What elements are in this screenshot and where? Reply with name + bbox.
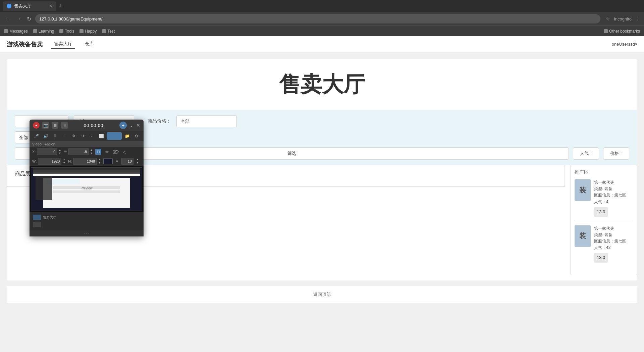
bookmark-favicon xyxy=(33,29,37,33)
obs-record-button[interactable]: ● xyxy=(33,122,40,129)
sort-popularity-button[interactable]: 人气 ↑ xyxy=(573,147,599,160)
obs-y-arrows[interactable]: ▲ ▼ xyxy=(90,148,93,155)
page-title-section: 售卖大厅 xyxy=(7,59,637,110)
obs-speaker-button[interactable]: 🔊 xyxy=(42,132,50,140)
obs-minimize-icon[interactable]: ⌄ xyxy=(129,123,133,128)
promo-region-1: 区服信息：第七区 xyxy=(594,192,626,199)
reload-button[interactable]: ↻ xyxy=(25,15,33,23)
obs-w-down[interactable]: ▼ xyxy=(63,161,65,165)
bookmark-favicon xyxy=(102,29,106,33)
bookmark-learning[interactable]: Learning xyxy=(33,29,54,34)
menu-icon[interactable]: ⋮ xyxy=(636,16,640,21)
obs-scene-item-2[interactable] xyxy=(30,221,144,228)
user-profile[interactable]: Incognito xyxy=(614,16,632,21)
promo-card-1[interactable]: 装 第一家伙失 类型: 装备 区服信息：第七区 人气：4 13.0 xyxy=(575,179,633,221)
obs-mic-button[interactable]: 🎤 xyxy=(33,132,40,140)
obs-x-up[interactable]: ▲ xyxy=(58,148,61,152)
obs-grid-button[interactable]: ⊞ xyxy=(52,122,58,129)
promo-card-2[interactable]: 装 第一家伙失 类型: 装备 区服信息：第七区 人气：42 13.0 xyxy=(575,225,633,267)
bookmark-tools[interactable]: Tools xyxy=(59,29,74,34)
obs-pen-tool[interactable]: ✏ xyxy=(104,149,110,155)
obs-select-tool[interactable]: ☐ xyxy=(95,149,101,155)
bookmark-test[interactable]: Test xyxy=(102,29,115,34)
obs-back-button[interactable]: ← xyxy=(89,132,96,140)
obs-move-button[interactable]: ✥ xyxy=(70,132,77,140)
bookmark-label: Test xyxy=(107,29,115,34)
obs-settings-button[interactable]: ⚙ xyxy=(133,132,140,140)
browser-tab-active[interactable]: 售卖大厅 ✕ xyxy=(3,1,56,11)
obs-opacity-input[interactable] xyxy=(121,158,133,165)
obs-w-up[interactable]: ▲ xyxy=(63,158,65,161)
back-button[interactable]: ← xyxy=(4,15,12,23)
obs-x-input[interactable] xyxy=(37,148,57,155)
price-label: 商品价格： xyxy=(148,118,171,124)
obs-eraser-tool[interactable]: ⌦ xyxy=(113,149,119,155)
obs-w-group: W: ▲ ▼ xyxy=(32,158,65,165)
app-user[interactable]: oneUserssd▾ xyxy=(612,42,637,47)
obs-x-down[interactable]: ▼ xyxy=(58,152,61,155)
new-tab-button[interactable]: + xyxy=(56,3,65,10)
obs-x-group: X: ▲ ▼ xyxy=(32,148,61,155)
obs-refresh-button[interactable]: ↺ xyxy=(79,132,87,140)
obs-color-dropdown[interactable]: ▼ xyxy=(115,160,119,163)
obs-pause-button[interactable]: ⏸ xyxy=(61,122,68,129)
obs-preview: Preview xyxy=(30,166,144,212)
obs-h-label: H: xyxy=(68,159,72,163)
other-bookmarks[interactable]: Other bookmarks xyxy=(604,29,640,34)
app-nav: 售卖大厅 仓库 xyxy=(51,40,97,49)
obs-x-arrows[interactable]: ▲ ▼ xyxy=(58,148,61,155)
other-bookmarks-label: Other bookmarks xyxy=(609,29,640,34)
obs-color-btn[interactable] xyxy=(107,132,121,140)
bookmark-favicon xyxy=(79,29,84,33)
promo-info-2: 第一家伙失 类型: 装备 区服信息：第七区 人气：42 13.0 xyxy=(594,225,626,263)
main-content: ● 📷 ⊞ ⏸ 00:00:00 + ⌄ ✕ 🎤 🔊 🖥 → ✥ ↺ ← ⬜ 📁… xyxy=(0,52,644,310)
sort-price-button[interactable]: 价格 ↑ xyxy=(603,147,629,160)
tab-close-button[interactable]: ✕ xyxy=(49,4,52,8)
app-header: 游戏装备售卖 售卖大厅 仓库 oneUserssd▾ xyxy=(0,36,644,52)
obs-window-button[interactable]: ⬜ xyxy=(98,132,105,140)
obs-h-arrows[interactable]: ▲ ▼ xyxy=(98,158,101,165)
svg-rect-8 xyxy=(53,190,120,193)
obs-screenshot-button[interactable]: 📷 xyxy=(42,122,49,129)
promo-price-2: 13.0 xyxy=(594,253,608,263)
obs-w-input[interactable] xyxy=(38,158,61,165)
obs-monitor-button[interactable]: 🖥 xyxy=(51,132,59,140)
forward-button[interactable]: → xyxy=(15,15,23,23)
nav-selling-hall[interactable]: 售卖大厅 xyxy=(51,40,75,49)
bookmark-messages[interactable]: Messages xyxy=(4,29,28,34)
obs-h-up[interactable]: ▲ xyxy=(98,158,101,161)
obs-y-input[interactable] xyxy=(68,148,89,155)
obs-y-up[interactable]: ▲ xyxy=(90,148,93,152)
obs-add-button[interactable]: + xyxy=(119,122,127,129)
svg-rect-9 xyxy=(36,176,52,200)
address-right: ☆ Incognito ⋮ xyxy=(606,16,640,21)
obs-scene-thumbnail xyxy=(33,215,41,220)
obs-h-down[interactable]: ▼ xyxy=(98,161,101,165)
obs-h-input[interactable] xyxy=(73,158,97,165)
address-input[interactable] xyxy=(35,14,600,24)
obs-folder-button[interactable]: 📁 xyxy=(124,132,131,140)
price-select[interactable]: 全部 xyxy=(176,115,237,127)
obs-scene-list: 售卖大厅 xyxy=(30,212,144,230)
promo-icon-1: 装 xyxy=(575,179,591,201)
app-logo[interactable]: 游戏装备售卖 xyxy=(7,40,43,48)
bookmark-happy[interactable]: Happy xyxy=(79,29,97,34)
obs-w-arrows[interactable]: ▲ ▼ xyxy=(63,158,65,165)
bookmark-star-icon[interactable]: ☆ xyxy=(606,16,610,21)
obs-color-swatch[interactable] xyxy=(103,158,113,164)
obs-arrow-button[interactable]: → xyxy=(61,132,68,140)
footer-back-to-top[interactable]: 返回顶部 xyxy=(313,292,331,297)
obs-opacity-down[interactable]: ▼ xyxy=(136,161,139,165)
tab-title: 售卖大厅 xyxy=(14,3,32,9)
obs-close-button[interactable]: ✕ xyxy=(136,123,140,128)
obs-y-down[interactable]: ▼ xyxy=(90,152,93,155)
footer[interactable]: 返回顶部 xyxy=(7,286,637,303)
nav-warehouse[interactable]: 仓库 xyxy=(82,40,97,49)
promo-icon-2: 装 xyxy=(575,225,591,247)
obs-pointer-tool[interactable]: ◁ xyxy=(121,149,127,155)
obs-scene-item-1[interactable]: 售卖大厅 xyxy=(30,214,144,221)
obs-opacity-arrows[interactable]: ▲ ▼ xyxy=(136,158,139,165)
bookmark-favicon xyxy=(4,29,8,33)
obs-opacity-up[interactable]: ▲ xyxy=(136,158,139,161)
svg-text:Preview: Preview xyxy=(80,186,93,190)
